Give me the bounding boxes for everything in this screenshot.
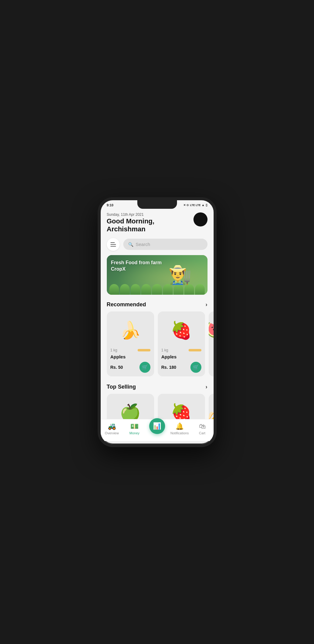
recommended-header: Recommended ›	[101, 300, 214, 311]
product-card[interactable]: 🍌 1 kg Apples Rs. 50 🛒	[107, 311, 154, 376]
banner-person-image: 👨‍🌾	[159, 255, 201, 295]
cart-icon: 🛒	[193, 364, 199, 370]
avatar[interactable]	[193, 212, 207, 226]
battery-icon: ▯	[206, 203, 208, 207]
nav-overview-label: Overview	[105, 431, 119, 435]
product-image: 🍓	[161, 315, 201, 346]
top-selling-arrow[interactable]: ›	[206, 384, 208, 390]
product-card[interactable]: 🍓 1 kg Apples Rs. 180 🛒	[158, 311, 205, 376]
money-icon: 💵	[130, 422, 139, 430]
product-name: Apples	[161, 354, 201, 359]
product-weight-row: 1 kg	[110, 348, 150, 352]
nav-cart-label: Cart	[199, 431, 205, 435]
nav-notifications-label: Notifications	[171, 431, 189, 435]
search-bar[interactable]: 🔍 Search	[123, 239, 208, 250]
product-footer: Rs. 180 🛒	[161, 362, 201, 373]
signal-icon: ▲	[202, 203, 205, 207]
header-greeting: Good Morning, Archishman	[107, 217, 194, 233]
product-name: Apples	[110, 354, 150, 359]
banner[interactable]: 👨‍🌾 Fresh Food from farm CropX	[107, 255, 208, 295]
cart-icon: 🛒	[142, 364, 148, 370]
nav-center: 📊	[146, 423, 168, 434]
product-price: Rs. 50	[110, 365, 123, 370]
product-weight-row: 1 kg	[161, 348, 201, 352]
menu-button[interactable]	[107, 238, 120, 251]
status-left: 9:10	[107, 203, 114, 207]
nav-money-label: Money	[129, 431, 139, 435]
product-image: 🍉	[212, 315, 214, 346]
phone-notch	[137, 200, 177, 209]
chart-icon: 📊	[153, 422, 161, 430]
product-image: 🍌	[110, 315, 150, 346]
nav-money[interactable]: 💵 Money	[123, 422, 146, 435]
screen-content: Sunday, 11th Apr 2021 Good Morning, Arch…	[101, 208, 214, 441]
carrier-icon: ✕ ⊙	[183, 204, 189, 207]
header-text: Sunday, 11th Apr 2021 Good Morning, Arch…	[107, 212, 194, 233]
search-icon: 🔍	[128, 242, 133, 247]
nav-overview[interactable]: 🚜 Overview	[101, 422, 123, 435]
cart-nav-icon: 🛍	[199, 422, 206, 430]
header-section: Sunday, 11th Apr 2021 Good Morning, Arch…	[101, 208, 214, 236]
lte-label: LTE LTE	[190, 204, 200, 207]
nav-cart[interactable]: 🛍 Cart	[191, 422, 214, 435]
recommended-arrow[interactable]: ›	[206, 301, 208, 308]
bottom-navigation: 🚜 Overview 💵 Money 📊 🔔 Notifications 🛍 C…	[101, 419, 214, 441]
recommended-title: Recommended	[107, 301, 146, 308]
product-weight-bar	[189, 349, 201, 351]
banner-text: Fresh Food from farm CropX	[111, 259, 162, 272]
product-weight: 1 kg	[110, 348, 117, 352]
notifications-icon: 🔔	[175, 422, 184, 430]
product-card-partial: 🍉	[209, 311, 214, 376]
phone-frame: 9:10 ✕ ⊙ LTE LTE ▲ ▯ Sunday, 11th Apr 20…	[98, 197, 217, 447]
top-selling-header: Top Selling ›	[101, 382, 214, 394]
overview-icon: 🚜	[108, 422, 116, 430]
status-right: ✕ ⊙ LTE LTE ▲ ▯	[183, 203, 208, 207]
nav-center-button[interactable]: 📊	[149, 418, 165, 434]
add-to-cart-button[interactable]: 🛒	[190, 362, 201, 373]
nav-notifications[interactable]: 🔔 Notifications	[168, 422, 191, 435]
add-to-cart-button[interactable]: 🛒	[139, 362, 150, 373]
search-row: 🔍 Search	[101, 236, 214, 255]
time-display: 9:10	[107, 203, 114, 207]
search-placeholder: Search	[136, 242, 150, 247]
hamburger-icon	[110, 242, 116, 247]
product-weight-bar	[138, 349, 150, 351]
product-weight: 1 kg	[161, 348, 168, 352]
top-selling-title: Top Selling	[107, 384, 136, 390]
product-footer: Rs. 50 🛒	[110, 362, 150, 373]
product-price: Rs. 180	[161, 365, 176, 370]
header-date: Sunday, 11th Apr 2021	[107, 212, 194, 217]
recommended-products-row: 🍌 1 kg Apples Rs. 50 🛒 🍓 1 kg	[101, 311, 214, 382]
